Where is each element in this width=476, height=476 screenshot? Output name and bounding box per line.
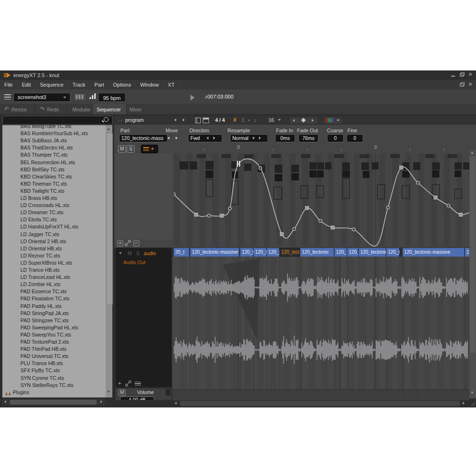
curve-node[interactable] [400,166,403,169]
note-block[interactable] [244,164,251,171]
note-block[interactable] [221,154,231,158]
breadcrumb-program[interactable]: program [125,117,144,123]
direction-field[interactable]: Fwd [188,134,222,142]
resample-left-icon[interactable] [252,137,254,139]
note-block[interactable] [432,162,440,170]
browser-list-item[interactable]: LD Oriental 2 HB.xts [2,238,106,245]
time-signature[interactable]: 4 / 4 [215,117,225,123]
note-block[interactable] [317,170,324,178]
track-node-link-icon[interactable] [125,380,132,387]
note-block[interactable] [360,154,369,158]
menu-item-track[interactable]: Track [68,80,90,88]
browser-list-item[interactable]: PAD StringPad JA.xts [2,310,106,317]
scroll-thumb[interactable] [106,133,113,305]
redo-button[interactable]: Redo [47,107,59,112]
next-arrow-icon[interactable] [183,119,185,121]
curve-node[interactable] [195,213,198,217]
browser-list-item[interactable]: PAD ThinPad HB.xts [2,346,106,353]
browser-list-item[interactable]: KBD Twilight TC.xts [2,188,106,195]
curve-node[interactable] [280,233,284,236]
audio-clip[interactable]: 20_t [174,248,189,257]
browser-list-item[interactable]: KBD Tineman TC.xts [2,180,106,188]
keyboard-view-button[interactable] [73,92,87,102]
nav-diamond-icon[interactable] [301,118,306,123]
list-menu-icon[interactable] [4,94,11,99]
audio-clip[interactable]: 120_tectonic [300,248,334,257]
note-block[interactable] [361,162,369,170]
audio-clip[interactable]: 120_tectonic-massive [403,248,465,257]
browser-list-item[interactable]: PAD Universal TC.xts [2,353,106,360]
note-block[interactable] [372,162,378,169]
tab-mixer[interactable]: Mixer [129,107,142,112]
scroll-left-icon[interactable] [4,400,6,403]
scroll-down-icon[interactable] [107,391,110,393]
project-selector[interactable]: screenshot3 [13,93,70,102]
curve-node[interactable] [447,204,450,207]
browser-list-item[interactable]: LD Oriental HB.xts [2,245,106,252]
window-view-icon[interactable] [203,118,209,123]
audio-clip[interactable]: 120_tect [280,248,300,257]
browser-list-item[interactable]: SYN StellerRays TC.xts [2,382,106,389]
note-block[interactable] [342,170,350,178]
browser-list-item[interactable]: LD Ebola TC.xts [2,216,106,223]
nav-left-icon[interactable] [293,119,295,122]
tab-sequencer[interactable]: Sequencer [92,104,127,114]
bpm-display[interactable]: 95 bpm [98,93,126,102]
note-block[interactable] [447,154,457,158]
curve-node[interactable] [459,213,463,217]
fine-field[interactable]: 0 [347,134,363,142]
scroll-up-icon[interactable] [107,128,110,130]
curve-node[interactable] [331,226,335,229]
direction-left-icon[interactable] [207,137,208,139]
audio-clip[interactable]: 120_t [240,248,253,257]
curve-node[interactable] [387,206,389,209]
note-block[interactable] [291,165,299,172]
track-header-panel[interactable]: M S audio Audio Out + [116,248,171,387]
part-solo-button[interactable]: S [127,145,135,153]
note-block[interactable] [455,170,461,177]
note-block[interactable] [309,162,317,169]
note-block[interactable] [317,186,324,198]
curve-node[interactable] [293,228,296,230]
browser-list-item[interactable]: BAS MoogTube TC.xts [2,125,106,130]
note-block[interactable] [197,154,206,158]
direction-right-icon[interactable] [213,137,215,139]
note-block[interactable] [455,162,462,169]
track-collapse-icon[interactable] [119,252,122,254]
sequencer-vscrollbar[interactable] [469,150,476,398]
fadein-field[interactable]: 0ms [275,134,295,142]
add-lane-button[interactable]: + [117,240,123,247]
grid-resolution[interactable]: 16 [268,117,274,123]
curve-node[interactable] [319,219,322,222]
menu-item-file[interactable]: File [0,80,18,88]
resample-right-icon[interactable] [259,137,261,139]
browser-list-item[interactable]: LD HandsUpForXT HL.xts [2,223,106,230]
browser-list-item[interactable]: BAS ThatElectro HL.xts [2,144,106,151]
curve-node[interactable] [352,228,355,231]
browser-list-item[interactable]: LD SuperXtBros HL.xts [2,259,106,267]
node-link-icon[interactable] [125,240,131,246]
track-mute-button[interactable]: M [128,250,132,256]
snap-value[interactable]: 3 [241,117,244,123]
browser-list-item[interactable]: SYN Cyrene TC.xts [2,375,106,382]
note-block[interactable] [402,186,409,198]
breadcrumb-dots[interactable]: ... [118,116,122,122]
note-block[interactable] [244,154,254,158]
volume-value-field[interactable]: 4.00 dB [120,397,154,400]
note-block[interactable] [317,162,324,169]
audio-clip[interactable]: 120_t [254,248,267,257]
restore-button[interactable] [460,72,465,77]
note-block[interactable] [309,170,317,178]
resample-field[interactable]: Normal [230,134,268,142]
note-block[interactable] [206,161,214,169]
prev-arrow-icon[interactable] [174,119,176,121]
color-picker-button[interactable] [324,117,343,124]
browser-list-item[interactable]: LD Trance HB.xts [2,267,106,274]
browser-list-item[interactable]: KBD BellSky TC.xts [2,166,106,173]
scroll-left-icon[interactable] [175,402,177,405]
browser-list-item[interactable]: PAD Paddy HL.xts [2,303,106,310]
curve-node[interactable] [220,214,224,218]
track-add-icon[interactable]: + [118,380,121,386]
browser-list-item[interactable]: SFX FlyBy TC.xts [2,367,106,374]
menu-item-window[interactable]: Window [136,80,163,88]
